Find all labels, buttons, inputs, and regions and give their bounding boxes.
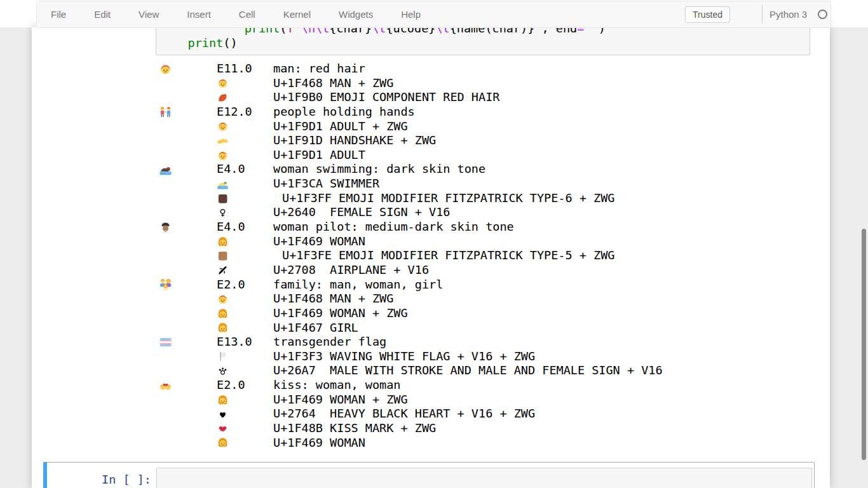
codepoint-text: U+2640 FEMALE SIGN + V16 xyxy=(273,205,450,220)
menu-item-view[interactable]: View xyxy=(125,1,173,27)
component-emoji-column xyxy=(217,421,273,436)
component-emoji-column xyxy=(217,306,273,321)
codepoint-text: U+1F467 GIRL xyxy=(273,321,358,336)
emoji-version: E13.0 xyxy=(217,335,273,349)
output-line: E2.0family: man, woman, girl xyxy=(159,278,663,292)
swimmer-icon xyxy=(217,177,229,191)
codepoint-text: U+1F468 MAN + ZWG xyxy=(273,292,393,306)
output-line: U+1F3FF EMOJI MODIFIER FITZPATRICK TYPE-… xyxy=(159,191,663,206)
people-holding-hands-icon xyxy=(159,105,172,119)
component-emoji-column xyxy=(217,177,273,191)
component-emoji-column xyxy=(217,321,273,336)
output-line: U+1F468 MAN + ZWG xyxy=(159,292,663,306)
family-man-woman-girl-icon xyxy=(159,278,172,292)
menu-item-kernel[interactable]: Kernel xyxy=(269,1,325,27)
man-red-hair-icon xyxy=(159,62,172,76)
red-hair-icon xyxy=(217,90,229,105)
menu-item-insert[interactable]: Insert xyxy=(173,1,225,27)
emoji-column xyxy=(159,62,217,76)
transgender-flag-icon xyxy=(159,335,172,349)
component-emoji-column xyxy=(217,234,273,249)
transgender-sign-icon xyxy=(217,363,229,378)
kernel-name: Python 3 xyxy=(770,1,807,27)
emoji-column xyxy=(159,220,217,234)
cell-output-area: E11.0man: red hairU+1F468 MAN + ZWGU+1F9… xyxy=(159,62,663,450)
woman-swimming-dark-icon xyxy=(159,162,172,177)
code-line: print() xyxy=(159,36,810,50)
empty-code-cell[interactable]: In [ ]: xyxy=(43,462,815,488)
codepoint-text: U+1F91D HANDSHAKE + ZWG xyxy=(273,133,436,148)
emoji-description: woman pilot: medium-dark skin tone xyxy=(273,220,514,234)
output-line: U+1F469 WOMAN xyxy=(159,234,663,249)
component-emoji-column xyxy=(217,119,273,134)
emoji-column xyxy=(159,335,217,349)
output-line: U+1F3FE EMOJI MODIFIER FITZPATRICK TYPE-… xyxy=(159,248,663,263)
codepoint-text: U+1F469 WOMAN + ZWG xyxy=(273,306,408,321)
output-line: U+1F3F3 WAVING WHITE FLAG + V16 + ZWG xyxy=(159,349,663,364)
man-icon xyxy=(217,292,229,306)
component-emoji-column xyxy=(217,133,273,148)
skin-type6-icon xyxy=(217,191,229,206)
output-line: U+1F469 WOMAN + ZWG xyxy=(159,393,663,407)
woman-icon xyxy=(217,436,229,451)
output-line: U+1F468 MAN + ZWG xyxy=(159,76,663,91)
output-line: U+26A7 MALE WITH STROKE AND MALE AND FEM… xyxy=(159,363,663,378)
emoji-version: E11.0 xyxy=(217,62,273,76)
emoji-version: E2.0 xyxy=(217,378,273,393)
menu-item-help[interactable]: Help xyxy=(387,1,435,27)
component-emoji-column xyxy=(217,436,273,451)
codepoint-text: U+26A7 MALE WITH STROKE AND MALE AND FEM… xyxy=(273,363,663,378)
output-line: U+1F469 WOMAN xyxy=(159,436,663,451)
menu-item-file[interactable]: File xyxy=(37,1,80,27)
emoji-description: man: red hair xyxy=(273,62,365,76)
menu-item-widgets[interactable]: Widgets xyxy=(325,1,387,27)
woman-icon xyxy=(217,234,229,249)
component-emoji-column xyxy=(217,263,273,278)
output-line: U+1F467 GIRL xyxy=(159,321,663,336)
codepoint-text: U+1F3FF EMOJI MODIFIER FITZPATRICK TYPE-… xyxy=(273,191,614,206)
emoji-version: E4.0 xyxy=(217,220,273,234)
output-line: U+1F3CA SWIMMER xyxy=(159,177,663,191)
codepoint-text: U+1F3F3 WAVING WHITE FLAG + V16 + ZWG xyxy=(273,349,535,364)
menubar: FileEditViewInsertCellKernelWidgetsHelp … xyxy=(36,1,831,28)
empty-cell-editor[interactable] xyxy=(156,468,812,488)
menu-item-cell[interactable]: Cell xyxy=(225,1,269,27)
codepoint-text: U+1F9D1 ADULT xyxy=(273,148,365,163)
white-flag-icon xyxy=(217,349,229,364)
component-emoji-column xyxy=(217,148,273,163)
output-line: E4.0woman swimming: dark skin tone xyxy=(159,162,663,177)
emoji-column xyxy=(159,378,217,393)
component-emoji-column xyxy=(217,76,273,91)
adult-icon xyxy=(217,119,229,134)
output-line: U+1F91D HANDSHAKE + ZWG xyxy=(159,133,663,148)
woman-pilot-icon xyxy=(159,220,172,234)
scrollbar-thumb[interactable] xyxy=(862,229,866,460)
component-emoji-column xyxy=(217,393,273,407)
output-line: E12.0people holding hands xyxy=(159,105,663,119)
kiss-mark-icon xyxy=(217,421,229,436)
kernel-divider xyxy=(762,5,763,24)
output-line: E4.0woman pilot: medium-dark skin tone xyxy=(159,220,663,234)
output-line: E13.0transgender flag xyxy=(159,335,663,349)
codepoint-text: U+1F469 WOMAN xyxy=(273,234,365,249)
emoji-column xyxy=(159,105,217,119)
kernel-idle-icon xyxy=(818,10,827,19)
emoji-column xyxy=(159,278,217,292)
menu-item-edit[interactable]: Edit xyxy=(80,1,125,27)
output-line: E11.0man: red hair xyxy=(159,62,663,76)
output-line: E2.0kiss: woman, woman xyxy=(159,378,663,393)
handshake-icon xyxy=(217,133,229,148)
codepoint-text: U+1F3CA SWIMMER xyxy=(273,177,379,191)
emoji-description: family: man, woman, girl xyxy=(273,278,443,292)
codepoint-text: U+1F9B0 EMOJI COMPONENT RED HAIR xyxy=(273,90,499,105)
kiss-woman-woman-icon xyxy=(159,378,172,393)
codepoint-text: U+2764 HEAVY BLACK HEART + V16 + ZWG xyxy=(273,407,535,421)
trusted-button[interactable]: Trusted xyxy=(685,6,730,23)
component-emoji-column xyxy=(217,205,273,220)
codepoint-text: U+1F9D1 ADULT + ZWG xyxy=(273,119,408,134)
heart-icon xyxy=(217,407,229,421)
airplane-icon xyxy=(217,263,229,278)
output-line: U+1F9D1 ADULT + ZWG xyxy=(159,119,663,134)
emoji-description: people holding hands xyxy=(273,105,415,119)
emoji-version: E12.0 xyxy=(217,105,273,119)
